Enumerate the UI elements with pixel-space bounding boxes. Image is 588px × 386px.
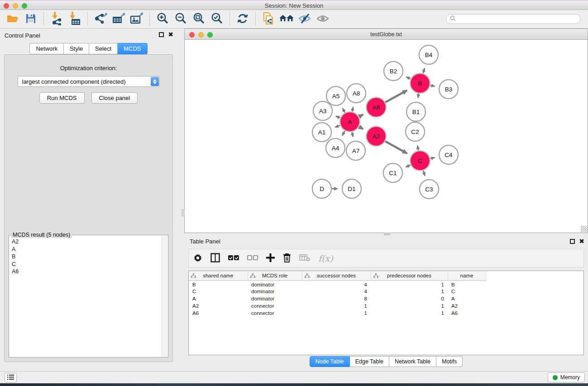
tab-edge-table[interactable]: Edge Table bbox=[350, 356, 389, 367]
cell-MCDS-role[interactable]: connector bbox=[248, 310, 302, 317]
result-item[interactable]: A bbox=[10, 246, 162, 253]
cell-shared-name[interactable]: A2 bbox=[189, 302, 248, 310]
cell-successor-nodes[interactable]: 4 bbox=[302, 281, 371, 288]
criterion-select[interactable]: largest connected component (directed) bbox=[18, 76, 160, 87]
close-table-panel-icon[interactable]: ✖ bbox=[579, 239, 584, 244]
graph-node-C4[interactable]: C4 bbox=[439, 145, 458, 164]
cell-MCDS-role[interactable]: connector bbox=[248, 302, 302, 310]
graph-node-A[interactable]: A bbox=[340, 112, 360, 132]
graph-edge-A-A7[interactable] bbox=[352, 132, 353, 137]
graph-edge-B-B2[interactable] bbox=[406, 77, 411, 79]
graph-node-B4[interactable]: B4 bbox=[419, 45, 438, 64]
column-header-MCDS-role[interactable]: MCDS role bbox=[248, 271, 302, 281]
graph-node-A6[interactable]: A6 bbox=[366, 97, 386, 117]
graph-node-D1[interactable]: D1 bbox=[342, 179, 361, 198]
cell-MCDS-role[interactable]: dominator bbox=[248, 295, 302, 302]
graph-edge-A-A4[interactable] bbox=[342, 130, 345, 136]
graph-edge-A-A2[interactable] bbox=[359, 127, 363, 129]
graph-node-A7[interactable]: A7 bbox=[346, 141, 365, 160]
network-canvas[interactable]: B4B2BB3A5A8A6A3B1AA1C2A2A4A7C4CC1C3DD1 bbox=[184, 40, 588, 233]
graph-node-A2[interactable]: A2 bbox=[366, 126, 386, 146]
graph-node-D[interactable]: D bbox=[312, 179, 331, 198]
export-table-button[interactable] bbox=[111, 11, 126, 27]
cell-shared-name[interactable]: A bbox=[189, 295, 248, 302]
window-resize-grip[interactable] bbox=[581, 226, 587, 232]
cell-name[interactable]: A2 bbox=[448, 302, 486, 310]
memory-button[interactable]: Memory bbox=[548, 372, 585, 382]
function-builder-button[interactable]: f(x) bbox=[318, 253, 333, 263]
zoom-out-button[interactable] bbox=[173, 11, 188, 27]
cell-predecessor-nodes[interactable]: 1 bbox=[371, 288, 448, 295]
graph-edge-A-A6[interactable] bbox=[359, 114, 363, 117]
close-panel-icon[interactable]: ✖ bbox=[168, 32, 173, 37]
open-session-button[interactable] bbox=[5, 11, 20, 27]
column-header-shared-name[interactable]: shared name bbox=[189, 271, 248, 281]
graph-node-C[interactable]: C bbox=[410, 151, 430, 171]
cell-predecessor-nodes[interactable]: 1 bbox=[371, 310, 448, 317]
delete-table-button[interactable] bbox=[299, 254, 310, 263]
graph-edge-C-C3[interactable] bbox=[423, 170, 425, 176]
graph-node-A4[interactable]: A4 bbox=[326, 138, 345, 157]
export-network-button[interactable] bbox=[93, 11, 108, 27]
result-item[interactable]: A6 bbox=[10, 268, 162, 276]
tab-network[interactable]: Network bbox=[29, 43, 64, 54]
graph-edge-A2-C[interactable] bbox=[385, 141, 407, 153]
select-all-columns-button[interactable] bbox=[228, 255, 239, 262]
unselect-all-columns-button[interactable] bbox=[247, 255, 258, 262]
cell-shared-name[interactable]: A6 bbox=[189, 310, 248, 317]
graph-node-B[interactable]: B bbox=[410, 73, 430, 93]
search-field[interactable] bbox=[446, 14, 581, 24]
graph-edge-A6-B[interactable] bbox=[385, 91, 407, 103]
result-item[interactable]: B bbox=[10, 253, 162, 261]
show-columns-button[interactable] bbox=[210, 253, 220, 264]
graph-edge-C-C1[interactable] bbox=[406, 165, 411, 167]
cell-shared-name[interactable]: C bbox=[189, 288, 248, 295]
delete-column-button[interactable] bbox=[283, 253, 291, 264]
graph-node-A3[interactable]: A3 bbox=[313, 101, 332, 120]
new-network-from-selection-button[interactable] bbox=[261, 11, 276, 27]
tab-motifs[interactable]: Motifs bbox=[436, 356, 463, 367]
graph-node-C1[interactable]: C1 bbox=[383, 163, 402, 182]
column-header-name[interactable]: name bbox=[448, 271, 486, 281]
tab-network-table[interactable]: Network Table bbox=[389, 356, 436, 367]
tab-mcds[interactable]: MCDS bbox=[118, 43, 147, 54]
result-item[interactable]: C bbox=[10, 261, 162, 268]
cell-successor-nodes[interactable]: 1 bbox=[302, 310, 371, 317]
cell-name[interactable]: B bbox=[448, 281, 486, 288]
export-image-button[interactable] bbox=[129, 11, 144, 27]
cell-MCDS-role[interactable]: dominator bbox=[248, 288, 302, 295]
cell-name[interactable]: C bbox=[448, 288, 486, 295]
table-settings-button[interactable] bbox=[193, 253, 202, 264]
task-history-button[interactable] bbox=[5, 373, 17, 382]
column-header-successor-nodes[interactable]: successor nodes bbox=[302, 271, 371, 281]
float-panel-icon[interactable] bbox=[159, 32, 164, 37]
hide-panels-button[interactable] bbox=[297, 11, 312, 27]
cell-MCDS-role[interactable]: dominator bbox=[248, 281, 302, 288]
column-header-predecessor-nodes[interactable]: predecessor nodes bbox=[371, 271, 448, 281]
cell-name[interactable]: A bbox=[448, 295, 486, 302]
graph-node-B1[interactable]: B1 bbox=[406, 102, 425, 121]
graph-edge-B-B1[interactable] bbox=[418, 93, 419, 98]
import-table-button[interactable] bbox=[67, 11, 82, 27]
graph-node-C2[interactable]: C2 bbox=[406, 122, 425, 141]
import-network-button[interactable] bbox=[49, 11, 64, 27]
home-button[interactable] bbox=[279, 11, 294, 27]
zoom-selected-button[interactable] bbox=[209, 11, 225, 27]
graph-node-C3[interactable]: C3 bbox=[420, 180, 439, 199]
run-mcds-button[interactable]: Run MCDS bbox=[39, 92, 85, 104]
cell-shared-name[interactable]: B bbox=[189, 281, 248, 288]
tab-select[interactable]: Select bbox=[89, 43, 118, 54]
show-panel-button[interactable] bbox=[315, 11, 330, 27]
apply-layout-button[interactable] bbox=[235, 11, 250, 27]
save-session-button[interactable] bbox=[23, 11, 38, 27]
graph-edge-A-A3[interactable] bbox=[336, 116, 341, 118]
result-scrollbar[interactable] bbox=[162, 236, 167, 357]
cell-name[interactable]: A6 bbox=[448, 310, 486, 317]
cell-successor-nodes[interactable]: 4 bbox=[302, 288, 371, 295]
cell-successor-nodes[interactable]: 8 bbox=[302, 295, 371, 302]
cell-successor-nodes[interactable]: 1 bbox=[302, 302, 371, 310]
tab-node-table[interactable]: Node Table bbox=[310, 356, 350, 367]
graph-edge-C-C2[interactable] bbox=[417, 146, 418, 151]
graph-node-A8[interactable]: A8 bbox=[347, 84, 366, 103]
graph-node-A1[interactable]: A1 bbox=[312, 123, 331, 142]
